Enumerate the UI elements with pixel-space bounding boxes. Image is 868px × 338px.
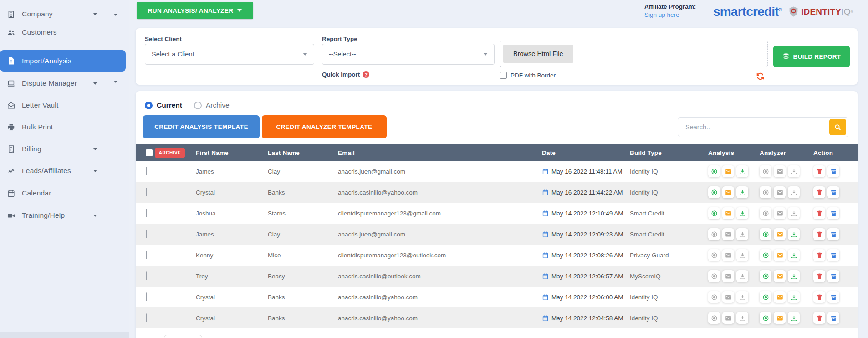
view-analysis-icon[interactable] <box>708 312 720 324</box>
archive-row-icon[interactable] <box>827 291 839 303</box>
pdf-with-border-checkbox[interactable] <box>500 72 507 79</box>
email-analysis-icon[interactable] <box>722 249 734 261</box>
download-analysis-icon[interactable] <box>736 228 748 240</box>
download-analysis-icon[interactable] <box>736 207 748 219</box>
email-analyzer-icon[interactable] <box>774 165 786 177</box>
email-analyzer-icon[interactable] <box>774 249 786 261</box>
download-analysis-icon[interactable] <box>736 312 748 324</box>
download-analyzer-icon[interactable] <box>788 165 800 177</box>
sidebar-item-company[interactable]: Company <box>0 6 126 22</box>
view-analyzer-icon[interactable] <box>760 228 771 240</box>
sidebar-item-bulk-print[interactable]: Bulk Print <box>0 119 126 135</box>
email-analyzer-icon[interactable] <box>774 270 786 282</box>
archive-row-icon[interactable] <box>827 165 839 177</box>
download-analysis-icon[interactable] <box>736 270 748 282</box>
search-input[interactable] <box>678 123 829 131</box>
run-analysis-analyzer-button[interactable]: RUN ANALYSIS/ ANALYZER <box>137 2 253 19</box>
email-analysis-icon[interactable] <box>722 270 734 282</box>
download-analyzer-icon[interactable] <box>788 186 800 198</box>
email-analyzer-icon[interactable] <box>774 312 786 324</box>
refresh-icon[interactable] <box>756 72 765 81</box>
credit-analyzer-template-button[interactable]: CREDIT ANALYZER TEMPLATE <box>262 115 387 138</box>
archive-button[interactable]: ARCHIVE <box>155 148 185 158</box>
delete-icon[interactable] <box>813 291 825 303</box>
help-icon[interactable]: ? <box>363 71 369 78</box>
delete-icon[interactable] <box>813 249 825 261</box>
radio-archive[interactable]: Archive <box>194 101 230 109</box>
credit-analysis-template-button[interactable]: CREDIT ANALYSIS TEMPLATE <box>143 115 260 138</box>
archive-row-icon[interactable] <box>827 228 839 240</box>
view-analysis-icon[interactable] <box>708 228 720 240</box>
download-analysis-icon[interactable] <box>736 291 748 303</box>
sidebar-item-billing[interactable]: Billing <box>0 141 126 157</box>
download-analyzer-icon[interactable] <box>788 228 800 240</box>
sidebar-item-calendar[interactable]: Calendar <box>0 185 126 201</box>
view-analysis-icon[interactable] <box>708 249 720 261</box>
download-analyzer-icon[interactable] <box>788 312 800 324</box>
archive-row-icon[interactable] <box>827 249 839 261</box>
delete-icon[interactable] <box>813 165 825 177</box>
delete-icon[interactable] <box>813 186 825 198</box>
download-analysis-icon[interactable] <box>736 249 748 261</box>
email-analysis-icon[interactable] <box>722 165 734 177</box>
radio-current[interactable]: Current <box>145 101 182 109</box>
sidebar-item-training-help[interactable]: Training/Help <box>0 207 126 224</box>
view-analyzer-icon[interactable] <box>760 312 771 324</box>
archive-row-icon[interactable] <box>827 270 839 282</box>
view-analysis-icon[interactable] <box>708 165 720 177</box>
row-checkbox[interactable] <box>146 167 147 175</box>
archive-row-icon[interactable] <box>827 186 839 198</box>
sidebar-item-import-analysis[interactable]: Import/Analysis <box>0 50 126 72</box>
download-analyzer-icon[interactable] <box>788 291 800 303</box>
archive-row-icon[interactable] <box>827 312 839 324</box>
pagination-button[interactable] <box>164 335 202 338</box>
email-analysis-icon[interactable] <box>722 228 734 240</box>
email-analyzer-icon[interactable] <box>774 207 786 219</box>
row-checkbox[interactable] <box>146 188 147 196</box>
download-analyzer-icon[interactable] <box>788 270 800 282</box>
search-button[interactable] <box>829 119 846 135</box>
download-analysis-icon[interactable] <box>736 165 748 177</box>
view-analyzer-icon[interactable] <box>760 207 771 219</box>
row-checkbox[interactable] <box>146 251 147 259</box>
sidebar-item-dispute-manager[interactable]: Dispute Manager <box>0 75 126 92</box>
email-analysis-icon[interactable] <box>722 312 734 324</box>
email-analysis-icon[interactable] <box>722 186 734 198</box>
build-report-button[interactable]: BUILD REPORT <box>773 46 850 67</box>
row-checkbox[interactable] <box>146 271 147 280</box>
view-analysis-icon[interactable] <box>708 270 720 282</box>
select-all-checkbox[interactable] <box>146 149 153 156</box>
email-analyzer-icon[interactable] <box>774 291 786 303</box>
view-analyzer-icon[interactable] <box>760 186 771 198</box>
delete-icon[interactable] <box>813 228 825 240</box>
view-analysis-icon[interactable] <box>708 291 720 303</box>
sidebar-item-leads-affiliates[interactable]: Leads/Affiliates <box>0 163 126 179</box>
browse-html-file-button[interactable]: Browse Html File <box>503 45 573 63</box>
sidebar-item-letter-vault[interactable]: Letter Vault <box>0 97 126 113</box>
view-analysis-icon[interactable] <box>708 207 720 219</box>
email-analyzer-icon[interactable] <box>774 186 786 198</box>
row-checkbox[interactable] <box>146 230 147 238</box>
view-analyzer-icon[interactable] <box>760 165 771 177</box>
archive-row-icon[interactable] <box>827 207 839 219</box>
delete-icon[interactable] <box>813 207 825 219</box>
view-analyzer-icon[interactable] <box>760 249 771 261</box>
row-checkbox[interactable] <box>146 313 147 322</box>
affiliate-signup-link[interactable]: Sign up here <box>644 11 696 18</box>
download-analyzer-icon[interactable] <box>788 249 800 261</box>
sidebar-item-customers[interactable]: Customers <box>0 24 126 41</box>
download-analyzer-icon[interactable] <box>788 207 800 219</box>
select-client-dropdown[interactable]: Select a Client <box>145 44 314 65</box>
delete-icon[interactable] <box>813 270 825 282</box>
html-file-dropzone[interactable]: Browse Html File <box>500 41 768 67</box>
email-analysis-icon[interactable] <box>722 291 734 303</box>
email-analyzer-icon[interactable] <box>774 228 786 240</box>
row-checkbox[interactable] <box>146 292 147 301</box>
row-checkbox[interactable] <box>146 209 147 217</box>
report-type-dropdown[interactable]: --Select-- <box>322 44 495 65</box>
delete-icon[interactable] <box>813 312 825 324</box>
download-analysis-icon[interactable] <box>736 186 748 198</box>
view-analyzer-icon[interactable] <box>760 270 771 282</box>
view-analysis-icon[interactable] <box>708 186 720 198</box>
view-analyzer-icon[interactable] <box>760 291 771 303</box>
